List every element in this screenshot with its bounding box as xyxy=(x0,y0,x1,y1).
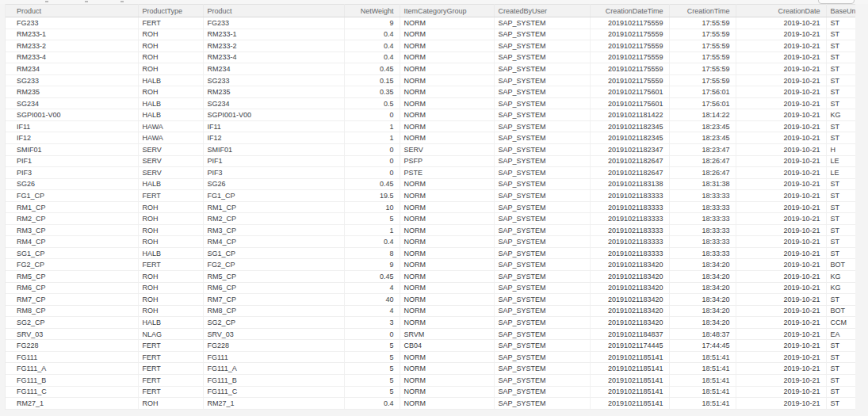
table-row[interactable]: RM5_CPROHRM5_CP0.45NORMSAP_SYSTEM2019102… xyxy=(6,271,855,283)
table-row[interactable]: SG2_CPHALBSG2_CP3NORMSAP_SYSTEM201910211… xyxy=(6,317,855,329)
cell-base-unit: ST xyxy=(826,40,855,52)
cell-product: RM1_CP xyxy=(6,201,138,213)
column-header-product[interactable]: Product xyxy=(6,5,138,17)
table-row[interactable]: PIF1SERVPIF10PSFPSAP_SYSTEM2019102118264… xyxy=(6,155,855,167)
cell-creation-time: 17:55:59 xyxy=(669,17,736,29)
table-row[interactable]: RM27_1ROHRM27_10.4NORMSAP_SYSTEM20191021… xyxy=(6,398,855,410)
column-header-item-category-group[interactable]: ItemCategoryGroup xyxy=(400,5,494,17)
cell-item-category-group: NORM xyxy=(400,236,494,248)
column-header-net-weight[interactable]: NetWeight xyxy=(344,5,400,17)
column-header-creation-time[interactable]: CreationTime xyxy=(669,5,736,17)
table-row[interactable]: IF12HAWAIF121NORMSAP_SYSTEM2019102118234… xyxy=(6,132,855,144)
table-row[interactable]: RM233-4ROHRM233-40.4NORMSAP_SYSTEM201910… xyxy=(6,52,855,63)
cell-product-2: RM7_CP xyxy=(203,294,344,306)
table-row[interactable]: RM6_CPROHRM6_CP4NORMSAP_SYSTEM2019102118… xyxy=(6,282,855,294)
cell-creation-date-time: 20191021183420 xyxy=(590,259,669,271)
cell-net-weight: 40 xyxy=(344,294,400,306)
table-row[interactable]: FG2_CPFERTFG2_CP9NORMSAP_SYSTEM201910211… xyxy=(6,259,855,271)
cell-product-type: FERT xyxy=(138,190,203,202)
table-row[interactable]: PIF3SERVPIF30PSTESAP_SYSTEM2019102118264… xyxy=(6,167,855,179)
cell-net-weight: 10 xyxy=(344,201,400,213)
cell-creation-time: 17:56:01 xyxy=(669,86,736,98)
cutoff-text-remnant xyxy=(120,1,124,2)
cell-creation-time: 18:34:20 xyxy=(669,294,736,306)
cell-net-weight: 4 xyxy=(344,305,400,317)
cell-net-weight: 0.4 xyxy=(344,398,400,410)
table-row[interactable]: SMIF01SERVSMIF010SERVSAP_SYSTEM201910211… xyxy=(6,144,855,156)
table-row[interactable]: SG1_CPHALBSG1_CP8NORMSAP_SYSTEM201910211… xyxy=(6,247,855,259)
cell-product: FG233 xyxy=(6,17,138,29)
table-row[interactable]: FG233FERTFG2339NORMSAP_SYSTEM20191021175… xyxy=(6,17,855,29)
table-row[interactable]: SRV_03NLAGSRV_030SRVMSAP_SYSTEM201910211… xyxy=(6,328,855,340)
cell-product: RM5_CP xyxy=(6,271,138,283)
table-row[interactable]: RM4_CPROHRM4_CP0.4NORMSAP_SYSTEM20191021… xyxy=(6,236,855,248)
cell-product-2: SG234 xyxy=(203,97,344,109)
cell-creation-time: 18:34:20 xyxy=(669,317,736,329)
cell-base-unit: ST xyxy=(826,386,855,398)
cell-creation-time: 18:51:41 xyxy=(669,351,736,363)
cell-created-by-user: SAP_SYSTEM xyxy=(494,167,590,179)
cell-creation-date-time: 20191021182347 xyxy=(590,144,669,156)
cell-item-category-group: NORM xyxy=(400,386,494,398)
cell-base-unit: ST xyxy=(826,236,855,248)
table-row[interactable]: RM7_CPROHRM7_CP40NORMSAP_SYSTEM201910211… xyxy=(6,294,855,306)
table-row[interactable]: RM3_CPROHRM3_CP1NORMSAP_SYSTEM2019102118… xyxy=(6,224,855,236)
table-row[interactable]: FG1_CPFERTFG1_CP19.5NORMSAP_SYSTEM201910… xyxy=(6,190,855,202)
cell-item-category-group: NORM xyxy=(400,74,494,86)
column-header-created-by-user[interactable]: CreatedByUser xyxy=(494,5,590,17)
cell-creation-date: 2019-10-21 xyxy=(736,398,826,410)
column-header-product-type[interactable]: ProductType xyxy=(138,5,203,17)
table-row[interactable]: SG26HALBSG260.45NORMSAP_SYSTEM2019102118… xyxy=(6,178,855,190)
table-row[interactable]: RM234ROHRM2340.45NORMSAP_SYSTEM201910211… xyxy=(6,63,855,75)
table-row[interactable]: RM2_CPROHRM2_CP5NORMSAP_SYSTEM2019102118… xyxy=(6,213,855,225)
table-row[interactable]: RM233-2ROHRM233-20.4NORMSAP_SYSTEM201910… xyxy=(6,40,855,52)
table-row[interactable]: RM235ROHRM2350.35NORMSAP_SYSTEM201910211… xyxy=(6,86,855,98)
table-row[interactable]: FG111_AFERTFG111_A5NORMSAP_SYSTEM2019102… xyxy=(6,363,855,375)
cell-created-by-user: SAP_SYSTEM xyxy=(494,340,590,352)
table-row[interactable]: SG233HALBSG2330.15NORMSAP_SYSTEM20191021… xyxy=(6,74,855,86)
cutoff-text-remnant xyxy=(45,1,48,2)
cell-creation-date: 2019-10-21 xyxy=(736,386,826,398)
cell-creation-date: 2019-10-21 xyxy=(736,224,826,236)
cell-creation-date-time: 20191021175601 xyxy=(590,86,669,98)
cell-creation-date: 2019-10-21 xyxy=(736,144,826,156)
cell-created-by-user: SAP_SYSTEM xyxy=(494,109,590,121)
cell-base-unit: ST xyxy=(826,398,855,410)
table-row[interactable]: FG228FERTFG2285CB04SAP_SYSTEM20191021174… xyxy=(6,340,855,352)
table-row[interactable]: FG111FERTFG1115NORMSAP_SYSTEM20191021185… xyxy=(6,351,855,363)
cell-product-type: FERT xyxy=(138,351,203,363)
table-row[interactable]: RM1_CPROHRM1_CP10NORMSAP_SYSTEM201910211… xyxy=(6,201,855,213)
cell-creation-date: 2019-10-21 xyxy=(736,294,826,306)
cell-product-type: HALB xyxy=(138,317,203,329)
cell-product: RM235 xyxy=(6,86,138,98)
cell-product-2: RM4_CP xyxy=(203,236,344,248)
cell-product-2: FG111_B xyxy=(203,374,344,386)
table-row[interactable]: SG234HALBSG2340.5NORMSAP_SYSTEM201910211… xyxy=(6,97,855,109)
column-header-product-2[interactable]: Product xyxy=(203,5,344,17)
cell-base-unit: KG xyxy=(826,282,855,294)
cell-creation-date-time: 20191021183333 xyxy=(590,224,669,236)
cell-creation-date: 2019-10-21 xyxy=(736,178,826,190)
column-header-creation-date[interactable]: CreationDate xyxy=(736,5,826,17)
table-row[interactable]: RM8_CPROHRM8_CP4NORMSAP_SYSTEM2019102118… xyxy=(6,305,855,317)
cell-creation-date-time: 20191021183333 xyxy=(590,247,669,259)
cell-created-by-user: SAP_SYSTEM xyxy=(494,144,590,156)
column-header-base-unit[interactable]: BaseUnit xyxy=(826,5,855,17)
cell-creation-date-time: 20191021183138 xyxy=(590,178,669,190)
column-header-creation-date-time[interactable]: CreationDateTime xyxy=(590,5,669,17)
cell-item-category-group: NORM xyxy=(400,178,494,190)
cell-base-unit: BOT xyxy=(826,305,855,317)
table-row[interactable]: IF11HAWAIF111NORMSAP_SYSTEM2019102118234… xyxy=(6,120,855,132)
table-row[interactable]: FG111_BFERTFG111_B5NORMSAP_SYSTEM2019102… xyxy=(6,374,855,386)
table-row[interactable]: FG111_CFERTFG111_C5NORMSAP_SYSTEM2019102… xyxy=(6,386,855,398)
cell-product: FG111_B xyxy=(6,374,138,386)
cell-product-2: SGPI001-V00 xyxy=(203,109,344,121)
table-row[interactable]: SGPI001-V00HALBSGPI001-V000NORMSAP_SYSTE… xyxy=(6,109,855,121)
cell-net-weight: 8 xyxy=(344,247,400,259)
cell-item-category-group: NORM xyxy=(400,259,494,271)
cell-net-weight: 0.35 xyxy=(344,86,400,98)
cell-creation-time: 18:33:33 xyxy=(669,213,736,225)
cell-product-type: ROH xyxy=(138,271,203,283)
table-row[interactable]: RM233-1ROHRM233-10.4NORMSAP_SYSTEM201910… xyxy=(6,29,855,40)
cell-creation-date: 2019-10-21 xyxy=(736,109,826,121)
